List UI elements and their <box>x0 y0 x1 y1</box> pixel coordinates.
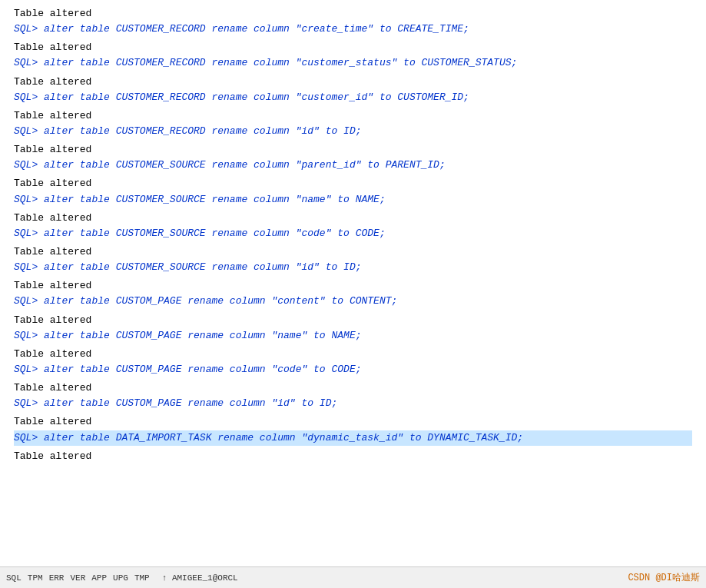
terminal-line: Table altered <box>14 40 692 55</box>
tab-sql[interactable]: SQL <box>6 573 22 583</box>
terminal-line: Table altered <box>14 278 692 294</box>
tab-app[interactable]: APP <box>91 573 107 583</box>
terminal-line: Table altered <box>14 108 692 124</box>
terminal-line: SQL> alter table CUSTOM_PAGE rename colu… <box>14 328 692 344</box>
terminal-line: Table altered <box>14 380 692 396</box>
status-text: ↑ AMIGEE_1@ORCL <box>162 573 238 583</box>
terminal-line: Table altered <box>14 244 692 260</box>
terminal-container: Table alteredSQL> alter table CUSTOMER_R… <box>0 0 706 588</box>
terminal-line: SQL> alter table DATA_IMPORT_TASK rename… <box>14 430 692 446</box>
terminal-line: SQL> alter table CUSTOM_PAGE rename colu… <box>14 294 692 309</box>
terminal-line: Table altered <box>14 75 692 90</box>
terminal-line: Table altered <box>14 313 692 328</box>
terminal-line: Table altered <box>14 449 692 464</box>
terminal-line: SQL> alter table CUSTOM_PAGE rename colu… <box>14 362 692 377</box>
terminal-line: SQL> alter table CUSTOM_PAGE rename colu… <box>14 396 692 411</box>
terminal-line: SQL> alter table CUSTOMER_SOURCE rename … <box>14 226 692 241</box>
terminal-content[interactable]: Table alteredSQL> alter table CUSTOMER_R… <box>0 0 706 566</box>
terminal-line: Table altered <box>14 6 692 22</box>
terminal-line: SQL> alter table CUSTOMER_SOURCE rename … <box>14 192 692 208</box>
terminal-line: Table altered <box>14 142 692 158</box>
bottom-bar: SQL TPM ERR VER APP UPG TMP ↑ AMIGEE_1@O… <box>0 566 706 588</box>
bottom-left: SQL TPM ERR VER APP UPG TMP ↑ AMIGEE_1@O… <box>6 573 238 583</box>
tab-ver[interactable]: VER <box>70 573 85 583</box>
terminal-line: SQL> alter table CUSTOMER_SOURCE rename … <box>14 158 692 173</box>
tab-tmp[interactable]: TMP <box>134 573 150 583</box>
terminal-line: Table altered <box>14 211 692 226</box>
tab-upg[interactable]: UPG <box>113 573 128 583</box>
tab-err[interactable]: ERR <box>49 573 65 583</box>
terminal-line: SQL> alter table CUSTOMER_RECORD rename … <box>14 55 692 71</box>
terminal-line: SQL> alter table CUSTOMER_SOURCE rename … <box>14 260 692 275</box>
tab-tpm[interactable]: TPM <box>28 573 43 583</box>
terminal-line: Table altered <box>14 414 692 430</box>
terminal-line: SQL> alter table CUSTOMER_RECORD rename … <box>14 22 692 37</box>
terminal-line: SQL> alter table CUSTOMER_RECORD rename … <box>14 124 692 139</box>
terminal-line: Table altered <box>14 176 692 191</box>
watermark: CSDN @DI哈迪斯 <box>628 571 700 584</box>
terminal-line: SQL> alter table CUSTOMER_RECORD rename … <box>14 90 692 105</box>
terminal-line: Table altered <box>14 347 692 362</box>
